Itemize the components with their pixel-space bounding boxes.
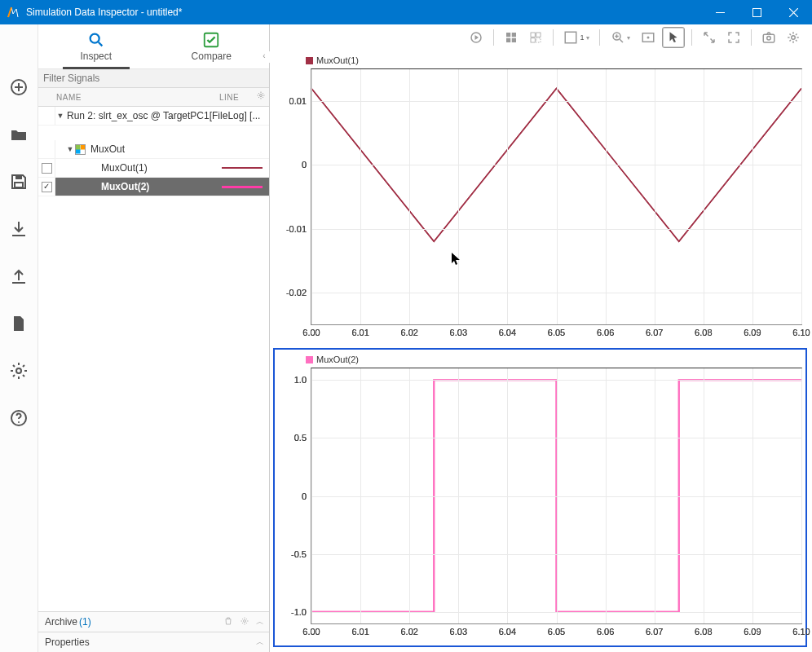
signal-checkbox[interactable] — [42, 182, 52, 192]
chart-area: 6.006.016.026.036.046.056.066.076.086.09… — [311, 368, 802, 624]
svg-rect-13 — [506, 33, 510, 37]
svg-point-24 — [647, 37, 650, 39]
trash-icon[interactable] — [223, 616, 233, 628]
left-rail — [0, 24, 38, 652]
snapshot-button[interactable] — [758, 28, 779, 47]
tab-inspect-label: Inspect — [80, 51, 112, 62]
signal-checkbox[interactable] — [42, 163, 52, 174]
y-tick-label: -1.0 — [291, 607, 307, 617]
svg-point-8 — [90, 34, 99, 43]
signal-tree: ▼ Run 2: slrt_ex_osc @ TargetPC1[FileLog… — [38, 107, 269, 611]
y-tick-label: 0.01 — [289, 96, 307, 106]
run-node[interactable]: ▼ Run 2: slrt_ex_osc @ TargetPC1[FileLog… — [38, 107, 269, 126]
plot-pane[interactable]: MuxOut(1) 6.006.016.026.036.046.056.066.… — [273, 49, 807, 348]
help-button[interactable] — [5, 404, 33, 432]
archive-section[interactable]: Archive (1) ︿ — [38, 611, 269, 632]
x-tick-label: 6.08 — [695, 627, 712, 637]
svg-point-10 — [260, 95, 263, 97]
minimize-button[interactable] — [702, 0, 739, 24]
line-swatch — [222, 186, 263, 188]
svg-point-27 — [792, 36, 796, 40]
y-tick-label: 0 — [302, 491, 307, 501]
svg-rect-18 — [536, 33, 541, 37]
svg-point-7 — [18, 421, 20, 423]
svg-point-26 — [767, 37, 771, 41]
check-icon — [202, 31, 220, 49]
legend-label: MuxOut(1) — [316, 55, 359, 65]
x-tick-label: 6.06 — [597, 328, 614, 337]
x-tick-label: 6.09 — [744, 627, 761, 637]
layout-grid-button[interactable] — [501, 28, 522, 47]
x-tick-label: 6.05 — [548, 627, 565, 637]
y-tick-label: 1.0 — [294, 375, 307, 385]
x-tick-label: 6.07 — [646, 328, 663, 337]
expand-button[interactable] — [699, 28, 720, 47]
layout-overlay-button[interactable] — [525, 28, 546, 47]
zoom-dropdown[interactable]: ▾ — [607, 28, 634, 47]
import-button[interactable] — [5, 215, 33, 243]
magnifier-icon — [87, 31, 105, 49]
x-tick-label: 6.07 — [646, 627, 663, 637]
maximize-button[interactable] — [739, 0, 775, 24]
svg-rect-15 — [506, 38, 510, 42]
plot-toolbar: 1 ▾ ▾ — [270, 26, 812, 49]
x-tick-label: 6.03 — [450, 328, 467, 337]
save-button[interactable] — [5, 168, 33, 196]
open-folder-button[interactable] — [5, 121, 33, 148]
columns-header: NAME LINE — [38, 88, 269, 107]
fit-to-view-button[interactable] — [638, 28, 659, 47]
x-tick-label: 6.09 — [744, 328, 761, 337]
x-tick-label: 6.00 — [302, 627, 320, 637]
chevron-up-icon: ︿ — [256, 637, 264, 648]
x-tick-label: 6.02 — [400, 328, 417, 337]
plot-pane[interactable]: MuxOut(2) 6.006.016.026.036.046.056.066.… — [273, 348, 807, 647]
legend-label: MuxOut(2) — [316, 355, 359, 364]
gear-icon[interactable] — [240, 616, 249, 628]
chevron-down-icon: ▼ — [55, 112, 65, 120]
svg-rect-25 — [763, 34, 774, 42]
panel-collapse-handle[interactable]: ‹ — [258, 51, 270, 63]
window-title: Simulation Data Inspector - untitled* — [26, 7, 182, 18]
x-tick-label: 6.03 — [450, 627, 467, 637]
mux-node[interactable]: ▼ MuxOut — [38, 140, 269, 159]
titlebar: Simulation Data Inspector - untitled* — [0, 0, 812, 24]
x-tick-label: 6.10 — [792, 627, 810, 637]
legend-swatch — [306, 57, 313, 64]
x-tick-label: 6.00 — [302, 328, 320, 337]
subplots-dropdown[interactable]: 1 ▾ — [560, 28, 593, 47]
tab-compare[interactable]: Compare — [154, 24, 270, 68]
properties-section[interactable]: Properties ︿ — [38, 632, 269, 652]
svg-rect-16 — [512, 38, 516, 42]
export-button[interactable] — [5, 262, 33, 290]
signal-row[interactable]: MuxOut(2) — [38, 178, 269, 196]
fullscreen-button[interactable] — [723, 28, 744, 47]
close-button[interactable] — [775, 0, 812, 24]
stream-button[interactable] — [466, 28, 487, 47]
pointer-button[interactable] — [662, 27, 685, 48]
tab-inspect[interactable]: Inspect — [38, 24, 154, 68]
add-button[interactable] — [5, 73, 33, 101]
mux-label: MuxOut — [89, 143, 269, 155]
x-tick-label: 6.02 — [400, 627, 417, 637]
svg-rect-14 — [512, 33, 516, 37]
filter-signals-input[interactable] — [38, 71, 269, 86]
columns-gear-icon[interactable] — [256, 90, 266, 102]
column-name-header[interactable]: NAME — [38, 93, 219, 102]
y-tick-label: -0.5 — [291, 549, 307, 559]
signal-label: MuxOut(1) — [99, 162, 222, 174]
legend-swatch — [306, 356, 313, 363]
signal-row[interactable]: MuxOut(1) — [38, 159, 269, 178]
new-doc-button[interactable] — [5, 310, 33, 337]
svg-rect-4 — [15, 183, 23, 187]
x-tick-label: 6.08 — [695, 328, 712, 337]
properties-label: Properties — [45, 637, 90, 648]
line-swatch — [222, 167, 263, 169]
x-tick-label: 6.04 — [499, 627, 516, 637]
archive-count: (1) — [79, 616, 91, 628]
svg-rect-20 — [536, 38, 541, 42]
plot-settings-button[interactable] — [783, 28, 804, 47]
x-tick-label: 6.01 — [351, 328, 368, 337]
preferences-button[interactable] — [5, 357, 33, 385]
y-tick-label: 0.5 — [294, 433, 307, 443]
x-tick-label: 6.06 — [597, 627, 614, 637]
